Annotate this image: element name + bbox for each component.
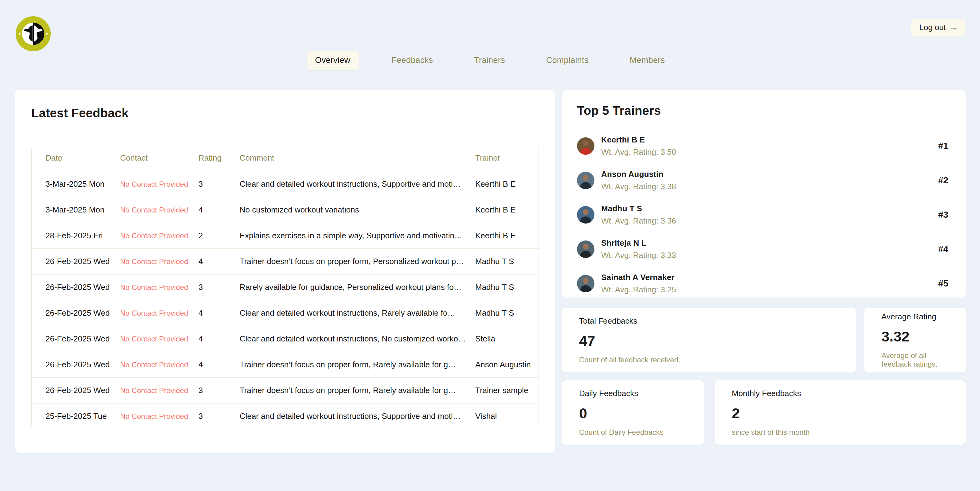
cell-rating: 3: [199, 283, 240, 292]
cell-date: 26-Feb-2025 Wed: [46, 334, 120, 343]
cell-contact: No Contact Provided: [120, 335, 199, 343]
cell-date: 26-Feb-2025 Wed: [46, 386, 120, 395]
total-feedbacks-card: Total Feedbacks 47 Count of all feedback…: [562, 308, 856, 372]
cell-contact: No Contact Provided: [120, 283, 199, 292]
trainer-rating: Wt. Avg. Rating: 3.33: [601, 251, 676, 260]
cell-trainer: Stella: [475, 334, 532, 343]
cell-comment: Trainer doesn’t focus on proper form, Pe…: [240, 257, 475, 266]
cell-rating: 3: [199, 386, 240, 395]
stats-row-2: Daily Feedbacks 0 Count of Daily Feedbac…: [562, 380, 966, 445]
trainer-rating: Wt. Avg. Rating: 3.50: [601, 148, 676, 157]
cell-rating: 4: [199, 205, 240, 215]
table-row[interactable]: 26-Feb-2025 Wed No Contact Provided 4 Cl…: [32, 326, 539, 351]
logout-button[interactable]: Log out →: [911, 19, 966, 36]
table-row[interactable]: 26-Feb-2025 Wed No Contact Provided 4 Tr…: [32, 351, 539, 377]
trainer-list: Keerthi B E Wt. Avg. Rating: 3.50 #1: [577, 133, 951, 296]
main-content: Latest Feedback Date Contact Rating Comm…: [15, 90, 966, 453]
trainer-text: Keerthi B E Wt. Avg. Rating: 3.50: [601, 135, 676, 157]
trainer-name: Keerthi B E: [601, 135, 676, 145]
list-item[interactable]: Sainath A Vernaker Wt. Avg. Rating: 3.25…: [577, 270, 951, 296]
cell-comment: Clear and detailed workout instructions,…: [240, 180, 475, 189]
rank-badge: #2: [938, 175, 951, 186]
cell-comment: Trainer doesn’t focus on proper form, Ra…: [240, 360, 475, 369]
stat-label: Daily Feedbacks: [579, 389, 687, 398]
cell-date: 26-Feb-2025 Wed: [46, 360, 120, 369]
rank-badge: #5: [938, 278, 951, 289]
list-item[interactable]: Keerthi B E Wt. Avg. Rating: 3.50 #1: [577, 133, 951, 159]
cell-rating: 4: [199, 334, 240, 343]
trainer-text: Anson Augustin Wt. Avg. Rating: 3.38: [601, 170, 676, 191]
trainer-photo-icon: [577, 240, 595, 258]
table-row[interactable]: 28-Feb-2025 Fri No Contact Provided 2 Ex…: [32, 222, 539, 248]
stats-row-1: Total Feedbacks 47 Count of all feedback…: [562, 308, 966, 372]
cell-rating: 4: [199, 360, 240, 369]
cell-date: 3-Mar-2025 Mon: [46, 205, 120, 215]
stat-label: Average Rating: [881, 312, 949, 321]
col-header-contact: Contact: [120, 153, 199, 163]
cell-rating: 4: [199, 308, 240, 318]
avatar: [577, 275, 595, 292]
table-row[interactable]: 3-Mar-2025 Mon No Contact Provided 4 No …: [32, 197, 539, 222]
cell-rating: 4: [199, 257, 240, 266]
table-row[interactable]: 26-Feb-2025 Wed No Contact Provided 3 Tr…: [32, 377, 539, 403]
trainer-name: Shriteja N L: [601, 238, 676, 248]
col-header-date: Date: [46, 153, 120, 163]
tab-trainers[interactable]: Trainers: [465, 51, 513, 70]
trainer-text: Madhu T S Wt. Avg. Rating: 3.36: [601, 204, 676, 226]
table-row[interactable]: 26-Feb-2025 Wed No Contact Provided 4 Cl…: [32, 300, 539, 326]
avatar: [577, 137, 595, 155]
table-row[interactable]: 26-Feb-2025 Wed No Contact Provided 4 Tr…: [32, 248, 539, 274]
cell-comment: Rarely available for guidance, Personali…: [240, 283, 475, 292]
stat-value: 47: [579, 332, 839, 349]
table-row[interactable]: 26-Feb-2025 Wed No Contact Provided 3 Ra…: [32, 274, 539, 300]
stat-caption: Average of all feedback ratings.: [881, 351, 949, 369]
cell-trainer: Madhu T S: [475, 257, 532, 266]
trainer-rating: Wt. Avg. Rating: 3.38: [601, 182, 676, 191]
col-header-rating: Rating: [199, 153, 240, 163]
top-trainers-card: Top 5 Trainers K: [562, 90, 966, 297]
avatar: [577, 172, 595, 189]
stat-value: 3.32: [881, 328, 949, 345]
list-item[interactable]: Madhu T S Wt. Avg. Rating: 3.36 #3: [577, 202, 951, 227]
trainer-text: Shriteja N L Wt. Avg. Rating: 3.33: [601, 238, 676, 260]
cell-trainer: Madhu T S: [475, 308, 532, 318]
monthly-feedbacks-card: Monthly Feedbacks 2 since start of this …: [714, 380, 966, 445]
tab-complaints[interactable]: Complaints: [538, 51, 597, 70]
cell-rating: 3: [199, 180, 240, 189]
cell-rating: 3: [199, 412, 240, 421]
cell-rating: 2: [199, 231, 240, 240]
trainer-rating: Wt. Avg. Rating: 3.25: [601, 285, 676, 294]
cell-comment: No customized workout variations: [240, 205, 475, 215]
trainer-name: Sainath A Vernaker: [601, 273, 676, 282]
arrow-right-icon: →: [950, 23, 958, 32]
cell-contact: No Contact Provided: [120, 206, 199, 215]
col-header-comment: Comment: [240, 153, 475, 163]
rank-badge: #3: [938, 210, 951, 220]
gym-logo-icon: [15, 16, 51, 52]
cell-comment: Clear and detailed workout instructions,…: [240, 308, 475, 318]
tab-feedbacks[interactable]: Feedbacks: [383, 51, 442, 70]
tab-overview[interactable]: Overview: [307, 51, 359, 70]
latest-feedback-title: Latest Feedback: [31, 106, 539, 120]
cell-contact: No Contact Provided: [120, 412, 199, 421]
cell-date: 28-Feb-2025 Fri: [46, 231, 120, 240]
tab-members[interactable]: Members: [621, 51, 674, 70]
table-row[interactable]: 25-Feb-2025 Tue No Contact Provided 3 Cl…: [32, 403, 539, 429]
cell-trainer: Keerthi B E: [475, 180, 532, 189]
avatar: [577, 240, 595, 258]
top-bar: Log out →: [0, 0, 980, 52]
list-item[interactable]: Shriteja N L Wt. Avg. Rating: 3.33 #4: [577, 236, 951, 262]
trainer-text: Sainath A Vernaker Wt. Avg. Rating: 3.25: [601, 273, 676, 294]
cell-date: 26-Feb-2025 Wed: [46, 308, 120, 318]
stat-caption: Count of all feedback received.: [579, 356, 839, 364]
trainer-photo-icon: [577, 206, 595, 224]
gym-logo: [15, 16, 51, 52]
top-trainers-title: Top 5 Trainers: [577, 104, 951, 118]
stat-label: Total Feedbacks: [579, 316, 839, 326]
cell-date: 25-Feb-2025 Tue: [46, 412, 120, 421]
rank-badge: #4: [938, 244, 951, 254]
table-row[interactable]: 3-Mar-2025 Mon No Contact Provided 3 Cle…: [32, 171, 539, 197]
stat-value: 2: [732, 405, 949, 422]
list-item[interactable]: Anson Augustin Wt. Avg. Rating: 3.38 #2: [577, 167, 951, 193]
trainer-name: Anson Augustin: [601, 170, 676, 179]
